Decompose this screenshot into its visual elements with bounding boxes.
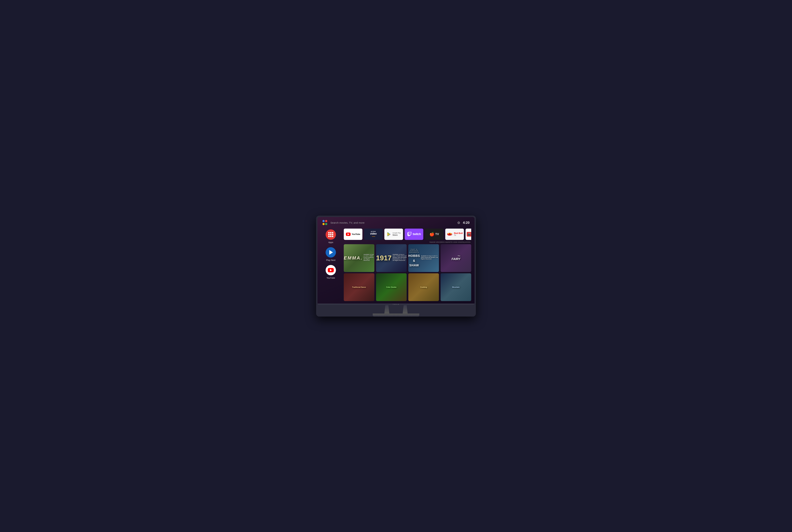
play-next-icon (326, 247, 336, 258)
movie-tile-smoke[interactable]: Color Smoke (376, 273, 407, 301)
app-tile-apple-tv[interactable]: 🍎 TV (425, 229, 444, 240)
sidebar-item-youtube[interactable]: YouTube (321, 265, 341, 279)
content-area: YouTube prime video ~~~ (341, 229, 471, 301)
settings-icon[interactable]: ⚙ (457, 221, 460, 225)
app-tile-red-bull-tv[interactable]: Red Bull TV (445, 229, 464, 240)
sidebar-item-play-next[interactable]: Play Next (321, 247, 341, 261)
stand-left-neck (384, 305, 389, 314)
stand-base (373, 314, 419, 317)
top-bar: Search movies, TV, and more ⚙ 4:20 (317, 217, 475, 229)
tv-screen: Search movies, TV, and more ⚙ 4:20 (317, 217, 475, 305)
sidebar: Apps Play Next YouTube (321, 229, 341, 301)
google-assistant-icon[interactable] (323, 220, 328, 226)
tv-outer: Search movies, TV, and more ⚙ 4:20 (316, 216, 476, 317)
movie-tile-mountain[interactable]: Mountain (441, 273, 471, 301)
main-content: Apps Play Next YouTube (317, 229, 475, 304)
tv-brand-label: TESLA (393, 304, 399, 305)
youtube-label: YouTube (327, 277, 335, 279)
play-next-label: Play Next (326, 259, 335, 261)
movie-tile-emma[interactable]: EMMA. Available to buy or rent. © 2020 F… (344, 244, 374, 272)
svg-point-3 (448, 233, 449, 234)
search-bar[interactable]: Search movies, TV, and more (330, 221, 455, 224)
clock-display: 4:20 (463, 221, 469, 225)
stand-right-neck (403, 305, 408, 314)
movie-tile-dance[interactable]: Traditional Dance (344, 273, 374, 301)
movies-row-1: EMMA. Available to buy or rent. © 2020 F… (344, 244, 471, 272)
app-tile-google-play-movies[interactable]: 🎬 Google Play Movies & TV (465, 229, 471, 240)
tv-stand-container (317, 305, 475, 317)
movie-tile-1917[interactable]: 1917 Available to buy or rent. © 2020 Un… (376, 244, 407, 272)
movie-tile-hobbs-shaw[interactable]: FAST & FURIOUS PRESENTS HOBBS& SHAW Avai… (408, 244, 439, 272)
apps-icon (326, 229, 336, 240)
apps-row: YouTube prime video ~~~ (344, 229, 471, 240)
youtube-sidebar-icon (326, 265, 336, 275)
subscription-note: Separate subscriptions required for cert… (344, 241, 471, 243)
svg-marker-0 (387, 232, 391, 236)
apps-label: Apps (328, 241, 333, 244)
sidebar-item-apps[interactable]: Apps (321, 229, 341, 244)
movie-tile-avocado[interactable]: Cooking (408, 273, 439, 301)
app-tile-google-play-store[interactable]: Google Play Store (384, 229, 403, 240)
app-tile-twitch[interactable]: twitch (405, 229, 423, 240)
app-tile-prime-video[interactable]: prime video ~~~ (364, 229, 383, 240)
svg-point-4 (450, 233, 452, 234)
top-right-controls: ⚙ 4:20 (457, 221, 469, 225)
movies-row-2: Traditional Dance Color Smoke (344, 273, 471, 301)
tv-stand (373, 305, 419, 317)
movie-tile-fairy[interactable]: The FAIRY (441, 244, 471, 272)
app-tile-youtube[interactable]: YouTube (344, 229, 362, 240)
tv-brand-bar: TESLA (317, 304, 475, 305)
